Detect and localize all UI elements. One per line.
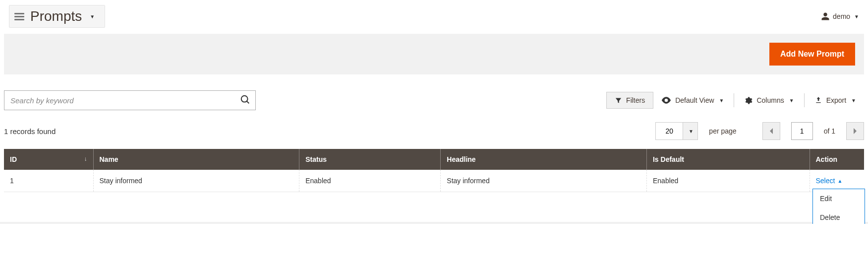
of-pages: of 1 (824, 127, 835, 135)
user-menu[interactable]: demo ▼ (821, 12, 859, 21)
filter-icon (615, 97, 622, 104)
table-row[interactable]: 1 Stay informed Enabled Stay informed En… (4, 170, 864, 192)
page-title: Prompts (30, 8, 82, 24)
search-input[interactable] (4, 90, 256, 110)
caret-down-icon: ▼ (854, 14, 859, 19)
cell-is-default: Enabled (646, 170, 810, 192)
export-label: Export (826, 96, 846, 104)
action-dropdown: Edit Delete (812, 189, 865, 224)
gear-icon (744, 96, 752, 105)
default-view-button[interactable]: Default View ▼ (653, 92, 732, 108)
export-icon (814, 96, 822, 104)
previous-page-button[interactable] (762, 122, 780, 140)
per-page-label: per page (709, 127, 736, 135)
column-name[interactable]: Name (93, 149, 299, 170)
actions-bar: Add New Prompt (4, 34, 864, 74)
columns-label: Columns (756, 96, 784, 104)
user-label: demo (833, 12, 850, 20)
sort-down-icon: ↓ (84, 155, 87, 162)
next-page-button[interactable] (846, 122, 864, 140)
caret-up-icon: ▲ (837, 178, 842, 184)
hamburger-icon (14, 13, 24, 20)
export-button[interactable]: Export ▼ (807, 92, 864, 108)
column-headline[interactable]: Headline (441, 149, 647, 170)
columns-button[interactable]: Columns ▼ (736, 92, 802, 109)
action-select-link[interactable]: Select ▲ (816, 177, 843, 185)
column-id[interactable]: ID↓ (4, 149, 93, 170)
filters-label: Filters (626, 96, 645, 104)
page-title-dropdown[interactable]: Prompts ▼ (9, 5, 105, 28)
separator (804, 93, 805, 107)
cell-status: Enabled (299, 170, 441, 192)
column-is-default[interactable]: Is Default (646, 149, 810, 170)
search-wrapper (4, 90, 256, 110)
filters-button[interactable]: Filters (606, 92, 653, 109)
caret-down-icon: ▼ (689, 129, 694, 134)
data-grid: ID↓ Name Status Headline Is Default Acti… (4, 149, 864, 192)
user-icon (821, 12, 830, 21)
caret-down-icon: ▼ (789, 98, 794, 103)
action-delete[interactable]: Delete (813, 208, 865, 224)
cell-id: 1 (4, 170, 93, 192)
records-found: 1 records found (4, 127, 56, 136)
default-view-label: Default View (675, 96, 714, 104)
svg-line-1 (247, 101, 249, 104)
separator (734, 93, 734, 107)
caret-down-icon: ▼ (851, 98, 856, 103)
cell-action: Select ▲ Edit Delete (810, 170, 864, 192)
column-status[interactable]: Status (299, 149, 441, 170)
caret-down-icon: ▼ (719, 98, 724, 103)
cell-headline: Stay informed (441, 170, 647, 192)
footer-shadow (0, 222, 868, 224)
caret-down-icon: ▼ (90, 14, 95, 19)
pager: ▼ per page of 1 (655, 122, 864, 140)
svg-point-0 (241, 96, 248, 102)
eye-icon (661, 97, 671, 104)
current-page-input[interactable] (791, 122, 813, 140)
chevron-left-icon (769, 128, 774, 135)
page-size-dropdown-button[interactable]: ▼ (683, 122, 698, 140)
add-new-prompt-button[interactable]: Add New Prompt (769, 43, 855, 66)
column-action: Action (810, 149, 864, 170)
cell-name: Stay informed (93, 170, 299, 192)
page-size-input[interactable] (655, 122, 683, 140)
action-edit[interactable]: Edit (813, 189, 865, 208)
toolbar-right: Filters Default View ▼ Columns ▼ Export … (606, 92, 864, 109)
chevron-right-icon (853, 128, 858, 135)
search-icon[interactable] (240, 94, 251, 105)
